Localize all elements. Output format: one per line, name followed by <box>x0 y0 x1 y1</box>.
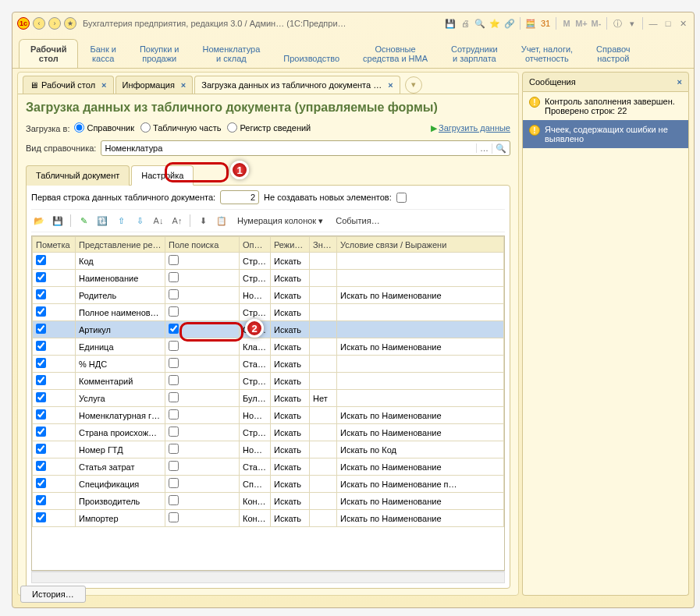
column-header[interactable]: Режи… <box>271 237 310 253</box>
table-row[interactable]: УслугаБул…ИскатьНет <box>33 390 504 407</box>
message-item[interactable]: ! Ячеек, содержащих ошибки не выявлено <box>523 120 688 148</box>
search-checkbox[interactable] <box>169 358 179 368</box>
mark-checkbox[interactable] <box>36 392 46 402</box>
navtab[interactable]: Основныесредства и НМА <box>351 39 439 68</box>
up-icon[interactable]: ⇧ <box>113 213 129 228</box>
print-icon[interactable]: 🖨 <box>459 17 471 30</box>
select-icon[interactable]: … <box>476 143 492 153</box>
message-item[interactable]: ! Контроль заполнения завершен. Проверен… <box>523 92 688 120</box>
column-header[interactable]: Пометка <box>33 237 76 253</box>
search-checkbox[interactable] <box>169 478 179 488</box>
search-checkbox[interactable] <box>169 272 179 282</box>
mark-checkbox[interactable] <box>36 409 46 420</box>
table-row[interactable]: % НДССта…Искать <box>33 356 504 373</box>
calc-icon[interactable]: 🧮 <box>524 17 537 30</box>
radio-option[interactable]: Регистр сведений <box>227 122 311 133</box>
column-header[interactable]: Поле поиска <box>165 237 240 253</box>
sort-desc-icon[interactable]: A↑ <box>169 213 185 228</box>
star-icon[interactable]: ⭐ <box>489 17 501 30</box>
table-row[interactable]: АртикулСтр…Искать <box>33 321 504 338</box>
search-checkbox[interactable] <box>169 255 179 265</box>
radio-option[interactable]: Справочник <box>74 122 134 133</box>
ref-type-field[interactable]: … 🔍 <box>101 140 510 156</box>
link-icon[interactable]: 🔗 <box>503 17 516 30</box>
table-row[interactable]: НаименованиеСтр…Искать <box>33 270 504 287</box>
subtab-tabledoc[interactable]: Табличный документ <box>26 165 130 186</box>
search-checkbox[interactable] <box>169 324 179 334</box>
settings-grid[interactable]: ПометкаПредставление ре…Поле поискаОпи…Р… <box>31 235 505 571</box>
save-icon[interactable]: 💾 <box>444 17 457 30</box>
events-button[interactable]: События… <box>331 214 384 227</box>
search-checkbox[interactable] <box>169 512 179 522</box>
navtab[interactable]: Производство <box>272 48 351 68</box>
dropdown-icon[interactable]: ▾ <box>626 17 638 30</box>
minimize-icon[interactable]: — <box>647 17 659 30</box>
table-row[interactable]: ИмпортерКон…ИскатьИскать по Наименование <box>33 510 504 527</box>
mark-checkbox[interactable] <box>36 375 46 385</box>
tabs-dropdown-icon[interactable]: ▾ <box>405 76 422 94</box>
table-row[interactable]: Номер ГТДНо…ИскатьИскать по Код <box>33 441 504 458</box>
close-icon[interactable]: ✕ <box>677 17 689 30</box>
mark-checkbox[interactable] <box>36 324 46 334</box>
search-icon[interactable]: 🔍 <box>492 143 510 154</box>
doctab-info[interactable]: Информация × <box>115 76 194 94</box>
mark-checkbox[interactable] <box>36 427 46 437</box>
mminus-icon[interactable]: M- <box>590 17 602 30</box>
close-icon[interactable]: × <box>677 77 682 87</box>
sort-asc-icon[interactable]: A↓ <box>151 213 166 228</box>
mark-checkbox[interactable] <box>36 478 46 488</box>
mark-checkbox[interactable] <box>36 461 46 471</box>
column-numbering-button[interactable]: Нумерация колонок ▾ <box>233 214 328 228</box>
navtab[interactable]: Учет, налоги,отчетность <box>510 39 585 68</box>
copy-icon[interactable]: 📋 <box>214 213 229 228</box>
table-row[interactable]: КомментарийСтр…Искать <box>33 373 504 390</box>
radio-option[interactable]: Табличную часть <box>140 122 221 133</box>
search-checkbox[interactable] <box>169 341 179 351</box>
mark-checkbox[interactable] <box>36 255 46 265</box>
table-row[interactable]: СпецификацияСпе…ИскатьИскать по Наименов… <box>33 476 504 493</box>
navtab[interactable]: Номенклатураи склад <box>190 39 272 68</box>
m-icon[interactable]: M <box>560 17 573 30</box>
table-row[interactable]: ПроизводительКон…ИскатьИскать по Наимено… <box>33 493 504 510</box>
mark-checkbox[interactable] <box>36 341 46 351</box>
navtab[interactable]: Сотрудникии зарплата <box>439 39 510 68</box>
navtab[interactable]: Справочнастрой <box>585 39 641 68</box>
search-checkbox[interactable] <box>169 495 179 505</box>
maximize-icon[interactable]: □ <box>662 17 674 30</box>
close-icon[interactable]: × <box>101 80 106 90</box>
mark-checkbox[interactable] <box>36 306 46 317</box>
edit-icon[interactable]: ✎ <box>76 213 91 228</box>
first-row-input[interactable] <box>220 190 259 204</box>
navtab[interactable]: Рабочийстол <box>19 39 78 68</box>
nav-fwd-icon[interactable]: › <box>48 17 61 30</box>
table-row[interactable]: Статья затратСта…ИскатьИскать по Наимено… <box>33 458 504 476</box>
mark-checkbox[interactable] <box>36 444 46 454</box>
load-data-link[interactable]: Загрузить данные <box>439 123 510 133</box>
doctab-load[interactable]: Загрузка данных из табличного документа … <box>194 76 400 94</box>
down-icon[interactable]: ⇩ <box>132 213 147 228</box>
ref-type-input[interactable] <box>101 143 476 153</box>
mark-checkbox[interactable] <box>36 358 46 368</box>
search-checkbox[interactable] <box>169 461 179 471</box>
column-header[interactable]: Опи… <box>240 237 271 253</box>
mark-checkbox[interactable] <box>36 495 46 505</box>
navtab[interactable]: Покупки ипродажи <box>128 39 191 68</box>
horizontal-scrollbar[interactable] <box>31 572 505 583</box>
no-create-checkbox[interactable] <box>396 193 407 203</box>
table-row[interactable]: Страна происхожд…Стр…ИскатьИскать по Наи… <box>33 424 504 441</box>
mark-checkbox[interactable] <box>36 512 46 522</box>
info-icon[interactable]: ⓘ <box>611 17 624 30</box>
table-row[interactable]: Номенклатурная г…Но…ИскатьИскать по Наим… <box>33 407 504 424</box>
search-checkbox[interactable] <box>169 409 179 420</box>
nav-back-icon[interactable]: ‹ <box>33 17 45 30</box>
table-row[interactable]: ЕдиницаКла…ИскатьИскать по Наименование <box>33 338 504 356</box>
column-header[interactable]: Условие связи / Выражени <box>337 237 504 253</box>
calendar-icon[interactable]: 31 <box>539 17 552 30</box>
search-checkbox[interactable] <box>169 289 179 299</box>
table-row[interactable]: РодительНо…ИскатьИскать по Наименование <box>33 287 504 304</box>
search-checkbox[interactable] <box>169 375 179 385</box>
table-row[interactable]: КодСтр…Искать <box>33 253 504 270</box>
search-checkbox[interactable] <box>169 306 179 317</box>
close-icon[interactable]: × <box>181 80 186 90</box>
history-button[interactable]: История… <box>20 586 86 603</box>
